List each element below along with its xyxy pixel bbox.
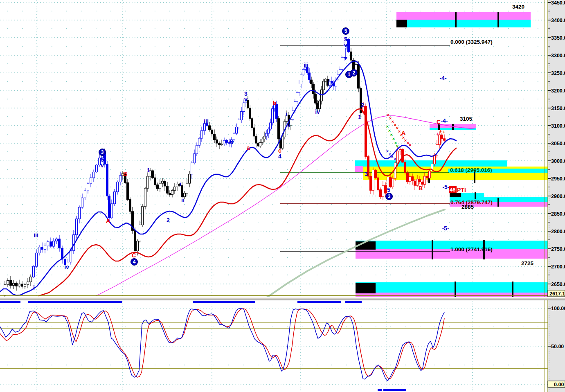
zone-time-tick [452, 124, 454, 130]
wave-label: 3 [365, 171, 368, 177]
zone-band [461, 193, 484, 197]
wave-label: i [180, 181, 181, 187]
price-axis-label: 2950.0 [551, 176, 565, 182]
candle [429, 170, 431, 179]
wave-label: -4- [439, 75, 446, 81]
blue-x-mark: × [391, 155, 394, 159]
price-axis-label: 3250.0 [551, 70, 565, 76]
price-axis-label: 2700.0 [551, 264, 565, 270]
wave-label: B [123, 171, 127, 177]
wave-label: v [101, 162, 104, 169]
osc-axis-label: 100.00 [551, 306, 565, 311]
wave-label: -5- [442, 184, 449, 190]
price-axis-label: 3200.0 [551, 88, 565, 94]
price-axis: 3450.03400.03350.03300.03250.03200.03150… [548, 0, 565, 392]
candle [394, 162, 396, 181]
wave-label: 2 [167, 217, 170, 223]
red-x-mark: × [409, 142, 411, 147]
circled-wave-digit: 1 [348, 72, 351, 77]
zone-band [356, 293, 548, 297]
osc-axis-label: 50.00 [551, 344, 564, 349]
last-price-box: 2617.1 [548, 290, 565, 297]
wave-label: ii [287, 122, 290, 128]
trend-bar [28, 301, 122, 303]
zone-time-tick [512, 282, 513, 297]
candle [134, 228, 136, 255]
wave-label: iii [34, 232, 38, 239]
annotation-text: 0.000 (3325.947) [450, 39, 493, 45]
wave-label: iv [229, 139, 234, 145]
wave-label: b [273, 100, 277, 106]
wave-label: i [286, 111, 287, 117]
circled-wave-label: 3 [99, 149, 106, 156]
wave-label: 1 [147, 167, 150, 173]
price-axis-label: 3400.0 [551, 18, 565, 23]
wave-label: v [244, 96, 248, 103]
circled-wave-digit: 5 [344, 28, 347, 34]
candle [33, 265, 35, 278]
circled-wave-label: 3 [386, 193, 393, 200]
zone-time-tick [432, 240, 433, 259]
oscillator-bottom-bar [383, 389, 406, 391]
zone-band [356, 282, 548, 293]
green-x-mark: × [396, 144, 398, 149]
wave-label: A [106, 218, 110, 224]
osc-zero-box: 0.00 [548, 381, 565, 387]
annotation-text: 3105 [460, 116, 473, 122]
pti-value: 46 [450, 187, 455, 193]
wave-label: B [419, 185, 423, 191]
price-axis-label: 3150.0 [551, 106, 565, 111]
chart-canvas: ×××××××××××××××××××××+++iiiiiv5vBAC12iii… [0, 0, 565, 392]
red-plus-mark: + [436, 131, 439, 137]
candle [372, 167, 374, 194]
price-axis-label: 3000.0 [551, 158, 565, 164]
candle [272, 106, 274, 125]
candle [129, 197, 131, 214]
zone-band [396, 20, 531, 27]
wave-label: i [33, 284, 35, 291]
wave-label: iii [304, 62, 308, 68]
wave-label: 2 [361, 102, 364, 108]
candle [96, 164, 98, 173]
trend-bar [0, 301, 20, 303]
circled-wave-digit: 2 [353, 70, 356, 76]
candle [348, 38, 350, 53]
pti-label: PTI [457, 187, 466, 193]
wave-label: A [401, 130, 405, 136]
circled-wave-label: 5 [342, 28, 349, 35]
price-axis-label: 2850.0 [551, 211, 565, 217]
zone-band [355, 166, 363, 172]
candle [152, 170, 154, 179]
zone-band [396, 12, 531, 20]
price-axis-label: 2750.0 [551, 246, 565, 252]
candle [144, 187, 146, 210]
wave-label: v [344, 42, 347, 48]
wave-label: ii [181, 197, 185, 203]
candle [278, 116, 280, 143]
panel-splitter[interactable] [0, 297, 565, 300]
pti-badge: 46PTI [449, 186, 466, 193]
annotation-text: 3420 [512, 4, 524, 10]
trend-bar [193, 301, 255, 303]
circled-wave-label: 2 [351, 70, 358, 77]
candle [127, 179, 129, 201]
zone-time-tick [475, 192, 476, 199]
wave-label: C [132, 252, 136, 259]
wave-label: iv [315, 108, 320, 115]
candle [375, 169, 377, 179]
trend-bar [297, 301, 341, 303]
zone-band [356, 283, 376, 293]
candle [302, 68, 304, 76]
annotation-text: 2725 [521, 260, 534, 266]
annotation-text: 1.000 (2741.916) [450, 246, 493, 252]
zone-time-tick [497, 12, 499, 27]
wave-label: 5 [387, 187, 390, 193]
candle [106, 161, 108, 200]
zone-time-tick [455, 282, 456, 297]
osc-zero-value: 0.00 [554, 382, 564, 387]
zone-time-tick [497, 198, 499, 207]
circled-wave-digit: 3 [101, 149, 104, 155]
price-axis-label: 3450.0 [551, 0, 565, 6]
wave-label: a [247, 144, 250, 151]
red-plus-mark: + [442, 129, 445, 135]
